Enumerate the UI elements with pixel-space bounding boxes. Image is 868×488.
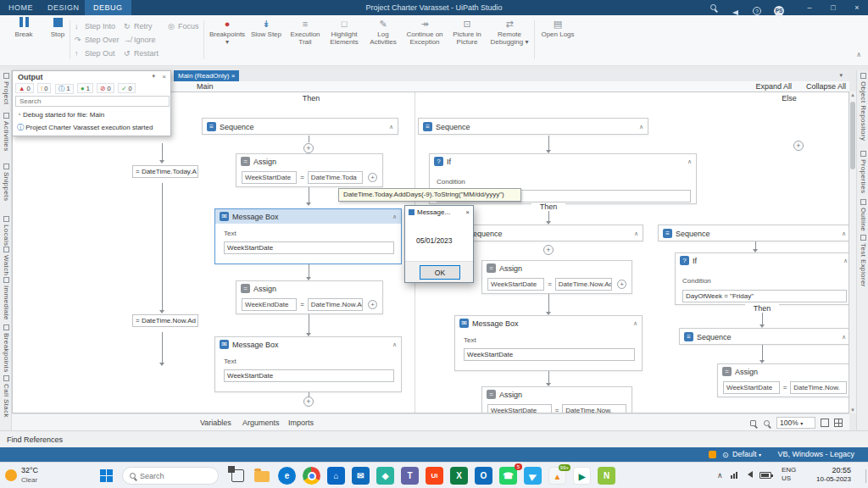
assign-to-input[interactable]: WeekStartDate [723, 381, 780, 394]
tab-home[interactable]: HOME [0, 0, 42, 15]
slow-step-button[interactable]: ↡ Slow Step [248, 17, 285, 64]
sidebar-tab-snippets[interactable]: Snippets [1, 164, 11, 201]
sidebar-tab-outline[interactable]: Outline [858, 199, 868, 231]
pan-icon[interactable] [750, 419, 756, 428]
ignore-button[interactable]: ↛Ignore [124, 36, 156, 47]
teams-icon[interactable]: T [401, 467, 419, 485]
minimize-button[interactable]: – [798, 0, 821, 15]
assign-activity-clipped[interactable]: =Assign WeekStartDate= DateTime.Now. [481, 386, 632, 413]
announcements-icon[interactable] [724, 0, 746, 15]
sequence-activity[interactable]: ≡Sequence∧ [450, 225, 643, 241]
sidebar-tab-activities[interactable]: Activities [1, 113, 11, 152]
help-icon[interactable]: ? [746, 0, 768, 15]
filter-errors-button[interactable]: ▲0 [15, 83, 34, 93]
sidebar-tab-properties[interactable]: Properties [858, 151, 868, 193]
task-view-icon[interactable] [231, 469, 244, 482]
retry-button[interactable]: ↻Retry [124, 22, 153, 34]
add-activity-button[interactable]: + [303, 396, 314, 407]
assign-value-input[interactable]: DateTime.Now. [790, 381, 847, 394]
assign-to-input[interactable]: WeekEndDate [242, 298, 297, 311]
sequence-activity[interactable]: ≡Sequence∧ [679, 328, 849, 345]
close-tab-icon[interactable]: × [231, 72, 236, 80]
outlook-icon[interactable]: O [475, 467, 492, 485]
scroll-up-icon[interactable]: ▲ [850, 92, 855, 97]
collapse-icon[interactable]: ∧ [634, 230, 638, 237]
assign-value-input[interactable]: DateTime.Now.Ad [308, 298, 363, 311]
break-button[interactable]: Break [5, 17, 42, 64]
collapse-icon[interactable]: ∧ [389, 124, 393, 130]
imports-tab[interactable]: Imports [288, 414, 314, 431]
tab-list-dropdown-icon[interactable]: ▾ [839, 72, 843, 79]
battery-icon[interactable] [760, 472, 771, 480]
sidebar-tab-breakpoints[interactable]: Breakpoints [1, 324, 11, 373]
fit-to-screen-icon[interactable] [821, 419, 829, 427]
excel-icon[interactable]: X [450, 467, 468, 485]
tray-expand-icon[interactable]: ∧ [717, 471, 723, 480]
collapse-icon[interactable]: ∧ [842, 230, 846, 237]
edge-icon[interactable]: e [278, 467, 296, 485]
store-icon[interactable]: ⌂ [327, 467, 345, 485]
canvas-scrollbar[interactable]: ▲ ▼ [849, 92, 856, 413]
telegram-icon[interactable]: ▶ [524, 467, 542, 485]
sequence-activity[interactable]: ≡Sequence∧ [658, 225, 849, 241]
collapse-icon[interactable]: ∧ [687, 158, 692, 165]
scroll-down-icon[interactable]: ▼ [850, 408, 855, 413]
assign-value-input[interactable]: DateTime.Now. [562, 404, 626, 413]
whatsapp-icon[interactable]: ☎5 [499, 467, 517, 485]
expand-all-button[interactable]: Expand All [755, 82, 792, 91]
assign-value-input[interactable]: DateTime.Toda [308, 171, 363, 184]
continue-on-exception-button[interactable]: ↠ Continue on Exception [403, 17, 446, 64]
message-text-input[interactable]: WeekStartDate [224, 241, 394, 254]
profile-selector[interactable]: Default ▾ [732, 450, 761, 458]
collapse-icon[interactable]: ∧ [842, 334, 846, 341]
clock[interactable]: 20:5510-05-2023 [804, 466, 851, 483]
sidebar-tab-watch[interactable]: Watch [1, 247, 11, 275]
taskbar-search-input[interactable] [140, 472, 208, 480]
play-store-icon[interactable]: ▶ [573, 467, 591, 485]
scrollbar-thumb[interactable] [850, 102, 855, 169]
message-box-activity[interactable]: ✉Message Box∧ Text WeekStartDate [454, 315, 643, 371]
sidebar-tab-locals[interactable]: Locals [1, 216, 11, 247]
collapse-all-button[interactable]: Collapse All [806, 82, 846, 91]
assign-activity[interactable]: =Assign WeekEndDate= DateTime.Now.Ad + [236, 280, 383, 314]
document-tab-main[interactable]: Main (ReadOnly) × [174, 70, 239, 81]
maximize-button[interactable]: □ [822, 0, 844, 15]
restart-button[interactable]: ↺Restart [124, 49, 159, 61]
assign-activity[interactable]: =Assign WeekStartDate= DateTime.Toda + [236, 153, 383, 187]
collapse-icon[interactable]: ∧ [392, 214, 397, 220]
assign-to-input[interactable]: WeekStartDate [487, 404, 552, 413]
avatar[interactable]: PS [768, 0, 790, 15]
breakpoints-button[interactable]: ● Breakpoints ▾ [209, 17, 246, 64]
language-indicator[interactable]: ENGUS [782, 466, 796, 482]
highlight-elements-button[interactable]: □ Highlight Elements [326, 17, 363, 64]
start-button[interactable] [100, 469, 113, 482]
message-box-activity[interactable]: ✉Message Box∧ Text WeekStartDate [214, 336, 402, 392]
notification-icon[interactable] [709, 451, 716, 458]
assign-activity[interactable]: =Assign WeekStartDate= DateTime.Now.Ad + [481, 260, 632, 294]
step-out-button[interactable]: ↑Step Out [75, 49, 115, 61]
clipped-assign-expression[interactable]: = DateTime.Today.A [132, 165, 198, 178]
filter-info-button[interactable]: ⓘ1 [55, 84, 74, 94]
collapse-icon[interactable]: ∧ [639, 124, 643, 130]
add-icon[interactable]: + [617, 280, 626, 289]
stop-button[interactable]: Stop [39, 17, 76, 64]
sequence-activity[interactable]: ≡Sequence∧ [418, 118, 648, 135]
remote-debugging-button[interactable]: ⇄ Remote Debugging ▾ [488, 17, 531, 64]
message-box-activity-current[interactable]: ✉Message Box∧ Text WeekStartDate [214, 208, 402, 264]
add-activity-button[interactable]: + [303, 143, 314, 153]
log-activities-button[interactable]: ✎ Log Activities [364, 17, 402, 64]
focus-button[interactable]: ◎Focus [168, 22, 199, 34]
sidebar-tab-call-stack[interactable]: Call Stack [1, 375, 11, 418]
network-icon[interactable] [731, 470, 738, 479]
message-text-input[interactable]: WeekStartDate [224, 369, 394, 382]
assign-activity[interactable]: =Assign WeekStartDate= DateTime.Now. [717, 363, 849, 397]
collapse-icon[interactable]: ∧ [843, 258, 848, 264]
filter-trace-button[interactable]: ●1 [77, 83, 93, 93]
close-button[interactable]: × [846, 0, 868, 15]
message-text-input[interactable]: WeekStartDate [464, 348, 635, 361]
dialog-close-icon[interactable]: × [465, 208, 470, 216]
overview-icon[interactable] [834, 419, 843, 427]
filter-warnings-button[interactable]: !0 [37, 83, 51, 93]
breadcrumb[interactable]: Main [197, 82, 214, 91]
assign-to-input[interactable]: WeekStartDate [242, 171, 297, 184]
